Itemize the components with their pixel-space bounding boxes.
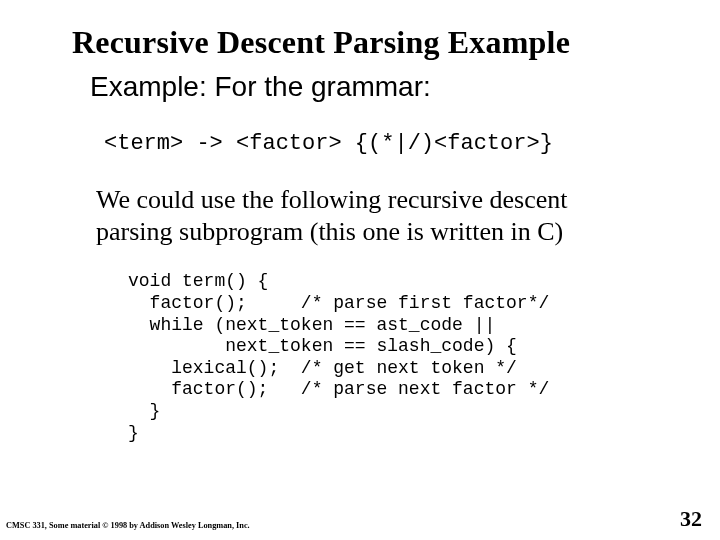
body-paragraph: We could use the following recursive des… <box>96 184 650 247</box>
page-number: 32 <box>680 506 702 532</box>
code-block: void term() { factor(); /* parse first f… <box>128 271 720 444</box>
footer-copyright: CMSC 331, Some material © 1998 by Addiso… <box>6 520 250 530</box>
grammar-rule: <term> -> <factor> {(*|/)<factor>} <box>104 131 720 156</box>
slide-content: Recursive Descent Parsing Example Exampl… <box>0 0 720 444</box>
slide-title: Recursive Descent Parsing Example <box>72 24 720 61</box>
slide-subtitle: Example: For the grammar: <box>90 71 720 103</box>
